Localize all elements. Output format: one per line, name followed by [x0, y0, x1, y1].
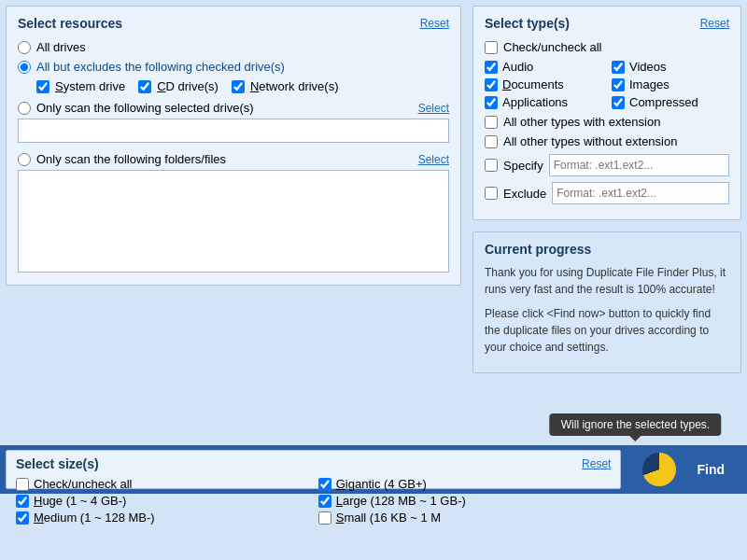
checkbox-other-ext-label: All other types with extension	[503, 115, 660, 129]
checkbox-documents[interactable]	[485, 78, 498, 91]
specify-label: Specify	[503, 159, 543, 173]
spinner	[642, 453, 676, 486]
checkbox-small-label: Small (16 KB ~ 1 M	[336, 511, 441, 525]
checkbox-cd-drive-label: CD drive(s)	[157, 79, 218, 93]
checkbox-network-drive-label: Network drive(s)	[250, 79, 339, 93]
checkbox-specify[interactable]	[485, 159, 498, 172]
checkbox-check-uncheck-all-sizes-label: Check/uncheck all	[34, 477, 133, 491]
radio-all-drives[interactable]	[18, 41, 31, 54]
exclude-input[interactable]	[552, 182, 729, 204]
checkbox-system-drive-label: System drive	[55, 79, 125, 93]
radio-only-scan-folders[interactable]	[18, 153, 31, 166]
progress-text-1: Thank you for using Duplicate File Finde…	[485, 264, 729, 298]
tooltip: Will ignore the selected types.	[550, 413, 721, 436]
checkbox-medium-label: Medium (1 ~ 128 MB-)	[34, 511, 155, 525]
radio-only-scan-folders-label: Only scan the following folders/files	[36, 152, 226, 166]
checkbox-applications[interactable]	[485, 96, 498, 109]
checkbox-videos-label: Videos	[629, 60, 667, 74]
checkbox-large[interactable]	[318, 495, 331, 508]
checkbox-network-drive[interactable]	[232, 80, 245, 93]
checkbox-audio-label: Audio	[502, 60, 533, 74]
checkbox-check-uncheck-all-sizes[interactable]	[16, 478, 29, 491]
checkbox-audio[interactable]	[485, 61, 498, 74]
progress-text-2: Please click <Find now> button to quickl…	[485, 305, 729, 356]
radio-all-but[interactable]	[18, 61, 31, 74]
select-types-reset[interactable]: Reset	[700, 17, 729, 30]
checkbox-applications-label: Applications	[502, 95, 568, 109]
select-sizes-reset[interactable]: Reset	[582, 457, 611, 470]
checkbox-huge[interactable]	[16, 495, 29, 508]
checkbox-system-drive[interactable]	[36, 80, 49, 93]
checkbox-check-uncheck-all-types[interactable]	[485, 41, 498, 54]
checkbox-images[interactable]	[612, 78, 625, 91]
checkbox-check-uncheck-all-types-label: Check/uncheck all	[503, 40, 602, 54]
checkbox-compressed[interactable]	[612, 96, 625, 109]
checkbox-cd-drive[interactable]	[138, 80, 151, 93]
checkbox-images-label: Images	[629, 77, 669, 91]
current-progress-title: Current progress	[485, 242, 729, 257]
checkbox-other-ext[interactable]	[485, 116, 498, 129]
checkbox-other-no-ext[interactable]	[485, 135, 498, 148]
checkbox-other-no-ext-label: All other types without extension	[503, 134, 677, 148]
select-types-title: Select type(s)	[485, 16, 570, 31]
specify-input[interactable]	[549, 154, 729, 176]
checkbox-medium[interactable]	[16, 511, 29, 525]
checkbox-large-label: Large (128 MB ~ 1 GB-)	[336, 494, 466, 508]
radio-only-scan-drives-label: Only scan the following selected drive(s…	[36, 101, 254, 115]
radio-only-scan-drives[interactable]	[18, 102, 31, 115]
radio-all-but-label: All but excludes the following checked d…	[36, 60, 285, 74]
checkbox-gigantic-label: Gigantic (4 GB+)	[336, 477, 427, 491]
select-sizes-title: Select size(s)	[16, 456, 99, 471]
checkbox-exclude[interactable]	[485, 187, 498, 200]
exclude-label: Exclude	[503, 187, 546, 201]
checkbox-compressed-label: Compressed	[629, 95, 698, 109]
checkbox-gigantic[interactable]	[318, 478, 331, 491]
checkbox-documents-label: Documents	[502, 77, 564, 91]
checkbox-videos[interactable]	[612, 61, 625, 74]
checkbox-small[interactable]	[318, 511, 331, 525]
drives-text-input[interactable]	[18, 119, 449, 143]
folders-textarea[interactable]	[18, 170, 449, 273]
checkbox-huge-label: Huge (1 ~ 4 GB-)	[34, 494, 126, 508]
find-button[interactable]: Find	[684, 458, 738, 481]
select-folders-link[interactable]: Select	[418, 153, 449, 166]
radio-all-drives-label: All drives	[36, 40, 86, 54]
select-drives-link[interactable]: Select	[418, 102, 449, 115]
select-resources-reset[interactable]: Reset	[420, 17, 449, 30]
select-resources-title: Select resources	[18, 16, 122, 31]
